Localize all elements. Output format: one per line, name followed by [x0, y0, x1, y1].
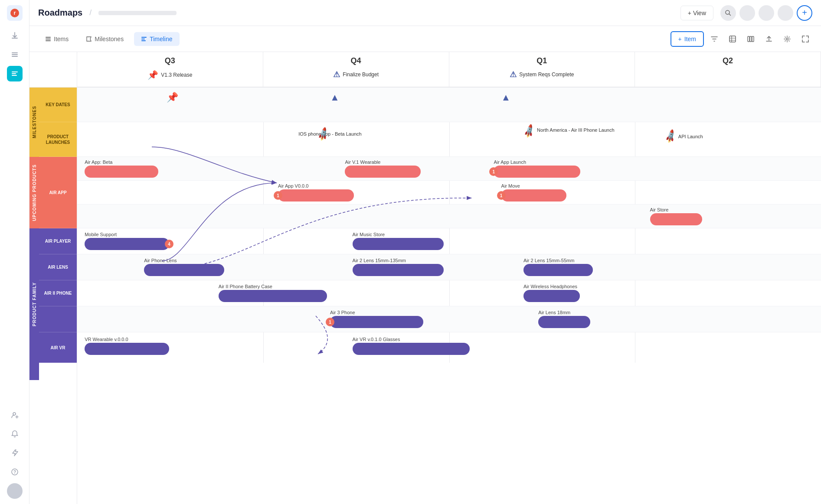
tab-timeline[interactable]: Timeline: [134, 32, 179, 46]
user-avatar-1[interactable]: [739, 5, 755, 21]
q2-label: Q2: [723, 56, 733, 65]
svg-rect-20: [750, 36, 752, 42]
user-avatar[interactable]: [7, 483, 23, 499]
quarter-q4: Q4 ⚠ Finalize Budget: [263, 52, 449, 87]
q3-milestone-label: V1.3 Release: [161, 72, 192, 78]
q4-rocket-icon: 🚀: [316, 127, 331, 142]
air-wearable-label: Air V.1 Wearable: [345, 159, 421, 178]
mobile-support-group: Mobile Support 4: [85, 232, 169, 250]
tab-milestones[interactable]: Milestones: [79, 32, 131, 46]
q4-milestone-label: Finalize Budget: [343, 72, 379, 78]
toolbar: Items Milestones Timeline + Item: [29, 26, 821, 52]
q1-triangle-icon: ▲: [501, 92, 511, 103]
q1-rocket-label: North America - Air III Phone Launch: [537, 127, 615, 133]
tab-items[interactable]: Items: [38, 32, 75, 46]
user-avatar-3[interactable]: [778, 5, 793, 21]
expand-icon[interactable]: [798, 32, 812, 46]
settings-icon[interactable]: [780, 32, 794, 46]
quarters-header: Q3 📌 V1.3 Release Q4 ⚠ Finalize Budget: [77, 52, 821, 88]
filter-icon[interactable]: [707, 32, 721, 46]
air-store-bar[interactable]: [650, 213, 702, 225]
q1-milestone: ⚠ System Reqs Complete: [510, 70, 574, 79]
air-phone-lens-bar[interactable]: [144, 264, 224, 276]
air-app-beta-label: Air App: Beta: [85, 159, 158, 178]
svg-rect-5: [12, 72, 18, 72]
air-3-phone-group: Air 3 Phone 1: [330, 310, 423, 328]
mobile-support-dep: 4: [165, 240, 173, 248]
add-view-button[interactable]: + View: [680, 6, 713, 20]
air-app-launch-bar[interactable]: 1: [494, 166, 580, 178]
air-phone-lens-group: Air Phone Lens: [144, 258, 224, 276]
q4-label: Q4: [351, 56, 361, 65]
nav-add-button[interactable]: +: [797, 5, 812, 21]
timeline-grid: Q3 📌 V1.3 Release Q4 ⚠ Finalize Budget: [77, 52, 821, 504]
air-app-beta-bar[interactable]: [85, 166, 158, 178]
upload-icon[interactable]: [762, 32, 776, 46]
q1-warn-marker: ▲: [501, 92, 511, 103]
svg-rect-7: [12, 75, 17, 76]
product-launches-row: 🚀 IOS phone app - Beta Launch 🚀 North Am…: [77, 122, 821, 157]
air-lens-18mm-bar[interactable]: [538, 316, 590, 328]
air-app-v000-bar[interactable]: 1: [278, 189, 354, 202]
sidebar-list-icon[interactable]: [7, 47, 23, 62]
air-battery-case-bar[interactable]: [219, 290, 327, 302]
add-item-button[interactable]: + Item: [671, 31, 704, 47]
air-wearable-text: Air V.1 Wearable: [345, 159, 421, 165]
air-ii-phone-label: AIR II PHONE: [39, 280, 77, 306]
q1-rocket-marker: 🚀 North America - Air III Phone Launch: [523, 126, 615, 137]
air-lens-label: AIR LENS: [39, 254, 77, 280]
svg-point-22: [786, 38, 788, 40]
air-move-bar[interactable]: 1: [501, 189, 566, 202]
air-vr-glasses-group: Air VR v.0.1.0 Glasses: [353, 337, 470, 355]
air-vr-label: AIR VR: [39, 332, 77, 363]
air-app-launch-label: Air App Launch 1: [494, 159, 580, 178]
svg-rect-15: [141, 37, 147, 38]
q2-rocket-label: API Launch: [678, 134, 703, 139]
sidebar-person-add-icon[interactable]: [7, 407, 23, 423]
sidebar-download-icon[interactable]: [7, 28, 23, 43]
air-3-phone-bar[interactable]: 1: [330, 316, 423, 328]
svg-rect-6: [12, 73, 16, 74]
air-music-store-bar[interactable]: [353, 238, 444, 250]
table-icon[interactable]: [726, 32, 739, 46]
svg-rect-12: [46, 37, 51, 38]
air-vr-glasses-bar[interactable]: [353, 343, 470, 355]
q4-milestone: ⚠ Finalize Budget: [333, 70, 379, 79]
sidebar-help-icon[interactable]: ?: [7, 464, 23, 480]
row-labels: MILESTONES KEY DATES PRODUCT LAUNCHES UP…: [29, 52, 77, 504]
air-ii-row-1: Air II Phone Battery Case Air Wireless H…: [77, 280, 821, 306]
add-item-label: Item: [684, 36, 696, 42]
svg-point-8: [13, 413, 16, 415]
user-avatar-2[interactable]: [759, 5, 774, 21]
air-2-lens-55-bar[interactable]: [523, 264, 593, 276]
q4-warn-marker: ▲: [330, 92, 340, 103]
vr-wearable-group: VR Wearable v.0.0.0: [85, 337, 169, 355]
sidebar-bell-icon[interactable]: [7, 426, 23, 442]
air-move-dep: 1: [497, 191, 506, 200]
sidebar-timeline-icon[interactable]: [7, 66, 23, 81]
sidebar-left: r: [0, 0, 29, 504]
upcoming-row-3: Air Store: [77, 205, 821, 228]
main-content: Roadmaps / + View +: [29, 0, 821, 504]
toolbar-right-icons: [707, 32, 812, 46]
svg-rect-21: [752, 36, 754, 42]
product-family-group-tag: PRODUCT FAMILY: [29, 228, 39, 380]
air-lens-18mm-group: Air Lens 18mm: [538, 310, 590, 328]
vr-wearable-bar[interactable]: [85, 343, 169, 355]
sidebar-lightning-icon[interactable]: [7, 445, 23, 461]
air-2-lens-135-bar[interactable]: [353, 264, 444, 276]
air-app-v000-dep: 1: [274, 191, 282, 200]
air-wireless-bar[interactable]: [523, 290, 580, 302]
air-move-group: Air Move 1: [501, 183, 566, 202]
columns-icon[interactable]: [744, 32, 758, 46]
air-phone-lens-text: Air Phone Lens: [144, 258, 224, 263]
mobile-support-bar[interactable]: 4: [85, 238, 169, 250]
search-icon-btn[interactable]: [720, 5, 736, 21]
app-logo[interactable]: r: [7, 5, 23, 21]
air-wearable-bar[interactable]: [345, 166, 421, 178]
air-app-beta-text: Air App: Beta: [85, 159, 158, 165]
air-lens-row: Air Phone Lens Air 2 Lens 15mm-135mm Air…: [77, 254, 821, 280]
quarter-q3: Q3 📌 V1.3 Release: [77, 52, 263, 87]
air-ii-phone-sub-label: [39, 306, 77, 332]
air-music-store-group: Air Music Store: [353, 232, 444, 250]
